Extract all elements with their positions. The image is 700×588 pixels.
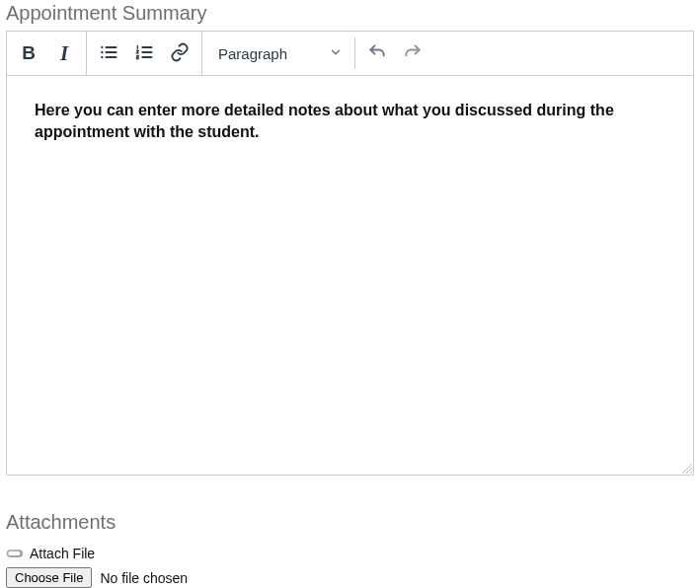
editor-toolbar: B I (7, 32, 693, 76)
format-dropdown-label: Paragraph (218, 45, 287, 62)
bullet-list-button[interactable] (91, 36, 126, 71)
redo-button[interactable] (395, 36, 430, 71)
italic-button[interactable]: I (46, 36, 82, 71)
attach-file-label: Attach File (30, 546, 95, 561)
attachments-title: Attachments (6, 511, 694, 534)
svg-point-0 (101, 45, 103, 47)
numbered-list-button[interactable] (126, 36, 162, 71)
svg-line-11 (690, 472, 692, 474)
toolbar-group-lists (87, 32, 202, 75)
bold-button[interactable]: B (11, 36, 46, 71)
numbered-list-icon (134, 42, 154, 65)
toolbar-group-history (355, 32, 434, 75)
format-dropdown[interactable]: Paragraph (202, 37, 355, 69)
choose-file-button[interactable]: Choose File (6, 567, 92, 588)
link-icon (170, 42, 190, 65)
bold-icon: B (22, 42, 36, 64)
svg-rect-12 (8, 551, 22, 556)
undo-button[interactable] (359, 36, 395, 71)
bullet-list-icon (99, 42, 118, 65)
editor-textarea[interactable]: Here you can enter more detailed notes a… (7, 76, 693, 475)
toolbar-group-text-format: B I (7, 32, 87, 75)
appointment-summary-title: Appointment Summary (6, 2, 694, 25)
attachments-section: Attachments Attach File Choose File No f… (6, 511, 694, 588)
svg-point-2 (101, 50, 103, 52)
chevron-down-icon (329, 45, 343, 62)
undo-icon (367, 42, 387, 65)
italic-icon: I (60, 41, 68, 66)
paperclip-icon (6, 548, 24, 559)
link-button[interactable] (162, 36, 197, 71)
rich-text-editor: B I (6, 31, 694, 476)
redo-icon (403, 42, 423, 65)
svg-point-4 (101, 55, 103, 57)
file-chooser-row: Choose File No file chosen (6, 567, 694, 588)
resize-handle[interactable] (679, 461, 693, 475)
attach-file-row: Attach File (6, 546, 694, 561)
file-chosen-status: No file chosen (100, 570, 188, 586)
